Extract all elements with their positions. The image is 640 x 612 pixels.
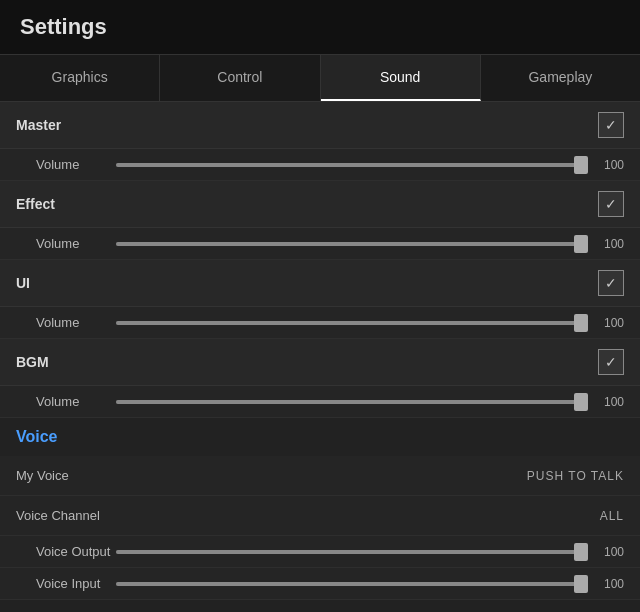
bgm-volume-value: 100 xyxy=(594,395,624,409)
ui-volume-row: Volume 100 xyxy=(0,307,640,339)
voice-channel-value: ALL xyxy=(600,509,624,523)
my-voice-value: PUSH TO TALK xyxy=(527,469,624,483)
bgm-volume-fill xyxy=(116,400,586,404)
master-section-header: Master ✓ xyxy=(0,102,640,149)
ui-label: UI xyxy=(16,275,30,291)
bgm-volume-thumb[interactable] xyxy=(574,393,588,411)
master-volume-label: Volume xyxy=(36,157,116,172)
ui-volume-track xyxy=(116,321,586,325)
effect-volume-thumb[interactable] xyxy=(574,235,588,253)
bgm-checkbox[interactable]: ✓ xyxy=(598,349,624,375)
effect-label: Effect xyxy=(16,196,55,212)
voice-input-slider-container: 100 xyxy=(116,577,624,591)
ui-volume-fill xyxy=(116,321,586,325)
master-label: Master xyxy=(16,117,61,133)
effect-volume-row: Volume 100 xyxy=(0,228,640,260)
effect-volume-fill xyxy=(116,242,586,246)
bgm-section-header: BGM ✓ xyxy=(0,339,640,386)
voice-label: Voice xyxy=(16,428,58,446)
tab-sound[interactable]: Sound xyxy=(321,55,481,101)
master-volume-fill xyxy=(116,163,586,167)
ui-volume-thumb[interactable] xyxy=(574,314,588,332)
my-voice-row: My Voice PUSH TO TALK xyxy=(0,456,640,496)
bgm-volume-track xyxy=(116,400,586,404)
ui-volume-slider-container: 100 xyxy=(116,316,624,330)
tab-control[interactable]: Control xyxy=(160,55,320,101)
settings-panel: Settings Graphics Control Sound Gameplay… xyxy=(0,0,640,612)
effect-volume-slider-container: 100 xyxy=(116,237,624,251)
voice-section-header: Voice xyxy=(0,418,640,456)
master-volume-track xyxy=(116,163,586,167)
effect-checkbox[interactable]: ✓ xyxy=(598,191,624,217)
tabs-container: Graphics Control Sound Gameplay xyxy=(0,55,640,102)
master-volume-row: Volume 100 xyxy=(0,149,640,181)
voice-output-slider-container: 100 xyxy=(116,545,624,559)
voice-input-fill xyxy=(116,582,586,586)
ui-checkbox[interactable]: ✓ xyxy=(598,270,624,296)
tab-gameplay[interactable]: Gameplay xyxy=(481,55,640,101)
effect-volume-value: 100 xyxy=(594,237,624,251)
voice-output-value: 100 xyxy=(594,545,624,559)
tab-graphics[interactable]: Graphics xyxy=(0,55,160,101)
voice-channel-row: Voice Channel ALL xyxy=(0,496,640,536)
content-area: Master ✓ Volume 100 Effect ✓ Volume xyxy=(0,102,640,612)
ui-section-header: UI ✓ xyxy=(0,260,640,307)
bgm-volume-label: Volume xyxy=(36,394,116,409)
effect-volume-label: Volume xyxy=(36,236,116,251)
voice-output-thumb[interactable] xyxy=(574,543,588,561)
title-bar: Settings xyxy=(0,0,640,55)
bgm-volume-row: Volume 100 xyxy=(0,386,640,418)
voice-input-track xyxy=(116,582,586,586)
voice-output-track xyxy=(116,550,586,554)
ui-volume-label: Volume xyxy=(36,315,116,330)
voice-input-value: 100 xyxy=(594,577,624,591)
voice-input-row: Voice Input 100 xyxy=(0,568,640,600)
voice-output-row: Voice Output 100 xyxy=(0,536,640,568)
my-voice-label: My Voice xyxy=(16,468,69,483)
voice-output-fill xyxy=(116,550,586,554)
master-volume-slider-container: 100 xyxy=(116,158,624,172)
page-title: Settings xyxy=(20,14,620,40)
master-volume-value: 100 xyxy=(594,158,624,172)
voice-input-label: Voice Input xyxy=(36,576,116,591)
effect-volume-track xyxy=(116,242,586,246)
master-volume-thumb[interactable] xyxy=(574,156,588,174)
voice-channel-label: Voice Channel xyxy=(16,508,100,523)
bgm-volume-slider-container: 100 xyxy=(116,395,624,409)
bgm-label: BGM xyxy=(16,354,49,370)
effect-section-header: Effect ✓ xyxy=(0,181,640,228)
master-checkbox[interactable]: ✓ xyxy=(598,112,624,138)
voice-output-label: Voice Output xyxy=(36,544,116,559)
voice-input-thumb[interactable] xyxy=(574,575,588,593)
ui-volume-value: 100 xyxy=(594,316,624,330)
